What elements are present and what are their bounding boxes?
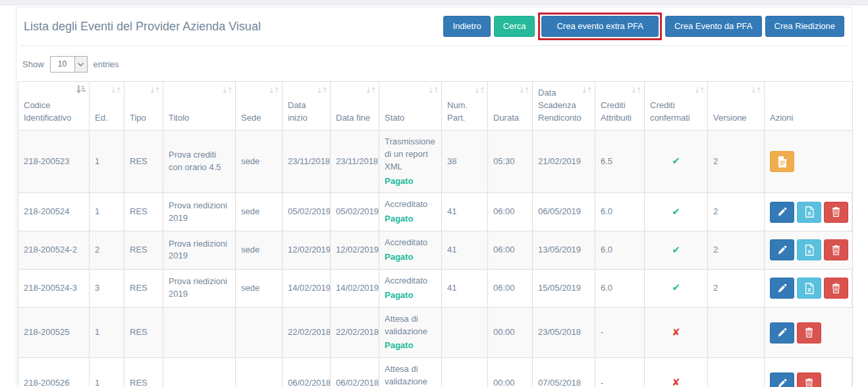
status-text: Accreditato bbox=[385, 198, 436, 211]
indietro-button[interactable]: Indietro bbox=[443, 16, 490, 37]
column-header-label: Data inizio bbox=[288, 100, 308, 123]
cell-stato: Attesa di validazionePagato bbox=[379, 307, 442, 358]
sort-ascending-icon bbox=[76, 85, 86, 98]
cell-ed: 1 bbox=[90, 193, 124, 231]
cell-durata: 06:00 bbox=[488, 269, 533, 307]
cerca-button[interactable]: Cerca bbox=[494, 16, 535, 37]
cell-num-part: 41 bbox=[442, 193, 488, 231]
column-header-ed[interactable]: ↓↑Ed. bbox=[90, 82, 124, 131]
cell-codice: 218-200525 bbox=[18, 307, 90, 358]
column-header-tipo[interactable]: ↓↑Tipo bbox=[124, 82, 163, 131]
column-header-versione[interactable]: ↓↑Versione bbox=[708, 82, 765, 131]
cell-scadenza: 06/05/2019 bbox=[533, 193, 595, 231]
column-header-data-inizio[interactable]: ↓↑Data inizio bbox=[283, 82, 331, 131]
column-header-data-fine[interactable]: ↓↑Data fine bbox=[331, 82, 379, 131]
cell-codice: 218-200524 bbox=[18, 193, 90, 231]
column-header-label: Crediti confermati bbox=[650, 100, 690, 123]
cell-data-inizio: 06/02/2018 bbox=[283, 358, 331, 387]
payment-status-badge: Pagato bbox=[385, 251, 436, 264]
cell-azioni bbox=[765, 130, 853, 193]
edit-button[interactable] bbox=[770, 322, 794, 343]
cell-tipo: RES bbox=[124, 307, 163, 358]
sort-icon: ↓↑ bbox=[110, 85, 121, 96]
view-report-button[interactable] bbox=[770, 151, 794, 172]
cell-tipo: RES bbox=[124, 130, 163, 193]
delete-button[interactable] bbox=[824, 278, 848, 299]
edit-button[interactable] bbox=[770, 239, 794, 260]
header-row: Codice Identificativo↓↑Ed.↓↑Tipo↓↑Titolo… bbox=[18, 82, 853, 131]
delete-button[interactable] bbox=[797, 322, 821, 343]
edit-button[interactable] bbox=[770, 202, 794, 223]
delete-button[interactable] bbox=[797, 372, 821, 387]
sort-icon: ↓↑ bbox=[427, 85, 438, 96]
show-label: Show bbox=[22, 59, 44, 69]
column-header-num-part[interactable]: ↓↑Num. Part. bbox=[442, 82, 488, 131]
crea-evento-da-pfa-button[interactable]: Crea Evento da PFA bbox=[665, 16, 762, 37]
cell-ed: 1 bbox=[90, 307, 124, 358]
column-header-titolo[interactable]: ↓↑Titolo bbox=[163, 82, 236, 131]
payment-status-badge: Pagato bbox=[385, 340, 436, 352]
page-title: Lista degli Eventi del Provider Azienda … bbox=[24, 20, 261, 34]
cell-scadenza: 15/05/2019 bbox=[533, 269, 595, 307]
entries-label: entries bbox=[94, 59, 119, 69]
column-header-data-scadenza-rendiconto[interactable]: ↓↑Data Scadenza Rendiconto bbox=[533, 82, 595, 131]
cell-scadenza: 13/05/2019 bbox=[533, 231, 595, 270]
excel-file-icon bbox=[805, 245, 814, 256]
cell-sede: sede bbox=[236, 231, 283, 270]
column-header-crediti-attribuiti[interactable]: ↓↑Crediti Attribuiti bbox=[595, 82, 645, 131]
cell-stato: AccreditatoPagato bbox=[379, 269, 442, 307]
cell-stato: AccreditatoPagato bbox=[379, 231, 442, 270]
sort-icon: ↓↑ bbox=[268, 85, 279, 96]
delete-button[interactable] bbox=[824, 202, 848, 223]
cell-sede: sede bbox=[236, 193, 283, 231]
cell-crediti-confermati: ✔ bbox=[645, 269, 708, 307]
cell-titolo: Prova riedizioni 2019 bbox=[163, 193, 236, 231]
export-excel-button[interactable] bbox=[797, 202, 821, 223]
entries-select[interactable]: 10 bbox=[50, 56, 88, 73]
cell-versione: 2 bbox=[708, 269, 765, 307]
pencil-icon bbox=[777, 245, 787, 255]
pencil-icon bbox=[777, 328, 787, 338]
export-excel-button[interactable] bbox=[797, 278, 821, 299]
cell-crediti-confermati: ✔ bbox=[645, 130, 708, 193]
cell-crediti-confermati: ✔ bbox=[645, 193, 708, 231]
cell-data-inizio: 14/02/2019 bbox=[283, 269, 331, 307]
delete-button[interactable] bbox=[824, 239, 848, 260]
cell-crediti-attribuiti: - bbox=[595, 358, 645, 387]
column-header-stato[interactable]: ↓↑Stato bbox=[379, 82, 442, 131]
button-wrap: Crea Evento da PFA bbox=[665, 16, 762, 37]
panel-header: Lista degli Eventi del Provider Azienda … bbox=[17, 7, 851, 45]
sort-icon: ↓↑ bbox=[581, 85, 591, 96]
crea-riedizione-button[interactable]: Crea Riedizione bbox=[765, 16, 845, 37]
cell-versione bbox=[708, 358, 765, 387]
column-header-label: Crediti Attribuiti bbox=[601, 100, 632, 123]
column-header-label: Sede bbox=[241, 113, 261, 123]
status-text: Accreditato bbox=[385, 275, 436, 287]
column-header-sede[interactable]: ↓↑Sede bbox=[236, 82, 283, 131]
column-header-durata[interactable]: ↓↑Durata bbox=[488, 82, 533, 131]
edit-button[interactable] bbox=[770, 278, 794, 299]
column-header-codice-identificativo[interactable]: Codice Identificativo bbox=[18, 82, 90, 131]
cell-scadenza: 21/02/2019 bbox=[533, 130, 595, 193]
table-row: 218-2005251RES22/02/201822/02/2018Attesa… bbox=[18, 307, 853, 358]
cell-versione: 2 bbox=[708, 130, 765, 193]
column-header-label: Azioni bbox=[770, 113, 793, 123]
cell-data-fine: 23/11/2018 bbox=[331, 130, 379, 193]
cell-crediti-attribuiti: 6.0 bbox=[595, 231, 645, 270]
column-header-crediti-confermati[interactable]: ↓↑Crediti confermati bbox=[645, 82, 708, 131]
edit-button[interactable] bbox=[770, 372, 794, 387]
status-text: Trasmissione di un report XML bbox=[385, 136, 436, 173]
check-icon: ✔ bbox=[650, 205, 702, 220]
cell-ed: 1 bbox=[90, 358, 124, 387]
page-top-bar bbox=[0, 0, 868, 5]
table-row: 218-200524-33RESProva riedizioni 2019sed… bbox=[18, 269, 853, 307]
crea-evento-extra-pfa-button[interactable]: Crea evento extra PFA bbox=[541, 16, 659, 37]
export-excel-button[interactable] bbox=[797, 239, 821, 260]
cell-crediti-confermati: ✘ bbox=[645, 358, 708, 387]
column-header-label: Versione bbox=[713, 113, 747, 123]
trash-icon bbox=[805, 378, 813, 387]
cell-stato: Trasmissione di un report XMLPagato bbox=[379, 130, 442, 193]
cell-titolo: Prova crediti con orario 4.5 bbox=[163, 130, 236, 193]
column-header-label: Data fine bbox=[336, 113, 370, 123]
cell-titolo: Prova riedizioni 2019 bbox=[163, 231, 236, 270]
